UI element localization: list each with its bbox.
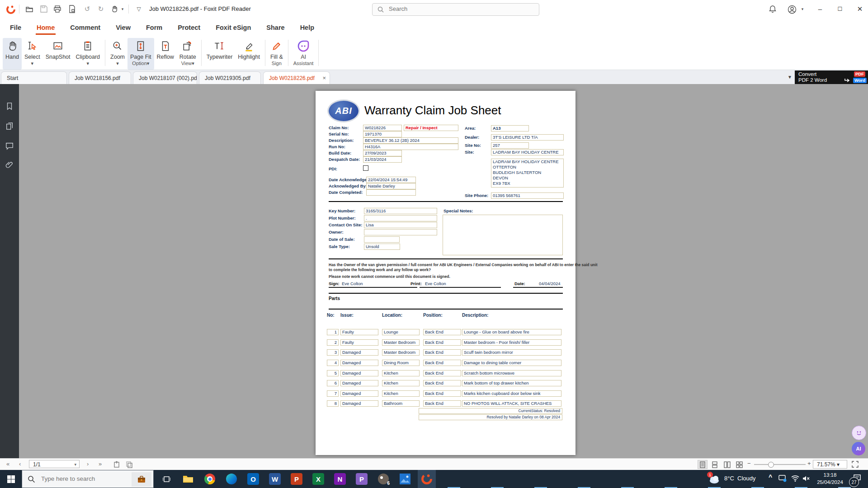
taskbar-outlook-icon[interactable]: O xyxy=(244,470,262,488)
highlight-button[interactable]: Highlight xyxy=(235,38,263,70)
snapshot-button[interactable]: SnapShot xyxy=(43,38,73,70)
serial-no-field[interactable]: 1971370 xyxy=(363,131,402,137)
hand-tool-icon[interactable] xyxy=(110,5,118,13)
owner-field[interactable] xyxy=(364,229,437,235)
single-page-view-button[interactable] xyxy=(698,460,708,469)
row-location-field[interactable]: Kitchen xyxy=(382,370,420,376)
taskbar-photos-icon[interactable] xyxy=(396,470,414,488)
facing-continuous-view-button[interactable] xyxy=(734,460,744,469)
close-button[interactable]: ✕ xyxy=(850,0,868,18)
taskbar-excel-icon[interactable]: X xyxy=(309,470,327,488)
row-location-field[interactable]: Master Bedroom xyxy=(382,349,420,356)
quick-access-dropdown-icon[interactable]: ▽ xyxy=(135,5,143,13)
row-no-field[interactable]: 3 xyxy=(327,349,339,356)
site-phone-field[interactable]: 01395 568761 xyxy=(491,192,564,199)
tab-job-w0219305[interactable]: Job W0219305.pdf xyxy=(199,71,261,84)
taskbar-foxit-icon-active[interactable] xyxy=(418,470,436,488)
notification-bell-icon[interactable] xyxy=(769,5,777,13)
sale-type-field[interactable]: Unsold xyxy=(364,244,400,250)
row-location-field[interactable]: Master Bedroom xyxy=(382,339,420,346)
page-number-box[interactable]: 1/1 ▾ xyxy=(29,460,80,468)
claim-no-field[interactable]: W0218226 xyxy=(363,125,402,131)
run-no-field[interactable]: H4316A xyxy=(363,144,458,150)
row-issue-field[interactable]: Damaged xyxy=(340,390,378,397)
task-view-button[interactable] xyxy=(157,470,175,488)
continuous-view-button[interactable] xyxy=(710,460,720,469)
row-location-field[interactable]: Kitchen xyxy=(382,390,420,397)
facing-view-button[interactable] xyxy=(722,460,732,469)
row-position-field[interactable]: Back End xyxy=(423,370,461,376)
pdi-checkbox[interactable] xyxy=(363,165,368,171)
area-field[interactable]: A13 xyxy=(491,125,529,131)
tab-job-w0218226-active[interactable]: Job W0218226.pdf × xyxy=(263,71,330,84)
menu-comment[interactable]: Comment xyxy=(69,21,101,34)
row-issue-field[interactable]: Damaged xyxy=(340,400,378,407)
row-position-field[interactable]: Back End xyxy=(423,329,461,335)
taskbar-onenote-icon[interactable]: N xyxy=(331,470,349,488)
account-caret-icon[interactable]: ▾ xyxy=(798,5,807,13)
app-search-box[interactable] xyxy=(372,3,539,16)
page-setup-icon[interactable] xyxy=(68,5,76,13)
row-description-field[interactable]: Lounge - Glue on board above fire xyxy=(462,329,561,335)
redo-icon[interactable]: ↻ xyxy=(97,5,105,13)
start-button[interactable] xyxy=(0,470,22,488)
bookmarks-panel-icon[interactable] xyxy=(5,102,14,110)
taskbar-file-explorer-icon[interactable] xyxy=(179,470,197,488)
menu-share[interactable]: Share xyxy=(265,21,285,34)
taskbar-powerpoint-icon[interactable]: P xyxy=(288,470,306,488)
reflow-button[interactable]: Reflow xyxy=(154,38,177,70)
clipboard-button[interactable]: Clipboard ▾ xyxy=(73,38,103,70)
open-file-icon[interactable] xyxy=(25,5,33,13)
row-no-field[interactable]: 5 xyxy=(327,370,339,376)
row-no-field[interactable]: 8 xyxy=(327,400,339,407)
taskbar-search-box[interactable] xyxy=(22,470,154,488)
row-location-field[interactable]: Kitchen xyxy=(382,380,420,386)
row-no-field[interactable]: 7 xyxy=(327,390,339,397)
page-fit-option-button[interactable]: Page Fit Option▾ xyxy=(127,38,154,70)
zoom-level-box[interactable]: 71.57% ▾ xyxy=(813,460,847,469)
taskbar-chrome-icon[interactable] xyxy=(201,470,219,488)
convert-pdf-to-word-ad[interactable]: Convert PDF 2 Word PDF Word xyxy=(795,70,868,84)
menu-protect[interactable]: Protect xyxy=(177,21,201,34)
tab-job-w0218156[interactable]: Job W0218156.pdf xyxy=(69,71,131,84)
zoom-out-button[interactable]: − xyxy=(747,460,751,467)
fill-sign-button[interactable]: Fill & Sign xyxy=(268,38,286,70)
row-position-field[interactable]: Back End xyxy=(423,339,461,346)
row-issue-field[interactable]: Damaged xyxy=(340,370,378,376)
zoom-button[interactable]: Zoom ▾ xyxy=(108,38,127,70)
row-position-field[interactable]: Back End xyxy=(423,349,461,356)
next-page-button[interactable]: › xyxy=(87,460,89,467)
site-address-field[interactable]: LADRAM BAY HOLIDAY CENTRE OTTERTON BUDLE… xyxy=(491,159,564,188)
tray-display-sync-icon[interactable] xyxy=(778,475,787,484)
select-button[interactable]: Select ▾ xyxy=(22,38,43,70)
dealer-field[interactable]: 3T'S LEISURE LTD T/A xyxy=(491,134,564,141)
row-location-field[interactable]: Dining Room xyxy=(382,360,420,366)
row-description-field[interactable]: Master bedroom - Poor finish/ filler xyxy=(462,339,561,346)
minimize-button[interactable]: – xyxy=(810,0,830,18)
hand-tool-caret-icon[interactable]: ▾ xyxy=(118,5,127,13)
print-icon[interactable] xyxy=(53,5,61,13)
plot-number-field[interactable]: . xyxy=(364,215,437,221)
save-icon[interactable] xyxy=(40,5,48,13)
typewriter-button[interactable]: Typewriter xyxy=(204,38,236,70)
tab-overflow-dropdown-icon[interactable]: ▼ xyxy=(788,75,792,80)
sign-value[interactable]: Eve Colton xyxy=(342,281,363,286)
date-completed-field[interactable] xyxy=(366,189,416,196)
pages-panel-icon[interactable] xyxy=(5,122,14,130)
row-no-field[interactable]: 4 xyxy=(327,360,339,366)
pdf-page[interactable]: ABI Warranty Claim Job Sheet Claim No: S… xyxy=(316,91,576,455)
wifi-icon[interactable] xyxy=(791,475,799,483)
zoom-slider-track[interactable] xyxy=(754,464,806,465)
despatch-date-field[interactable]: 21/03/2024 xyxy=(363,156,402,163)
site-no-field[interactable]: 257 xyxy=(491,142,529,149)
weather-text[interactable]: 8°C Cloudy xyxy=(724,475,756,482)
previous-page-button[interactable]: ‹ xyxy=(19,460,21,467)
row-description-field[interactable]: Marks kitchen cupboard door below sink xyxy=(462,390,561,397)
row-position-field[interactable]: Back End xyxy=(423,400,461,407)
special-notes-field[interactable] xyxy=(443,215,563,255)
row-issue-field[interactable]: Faulty xyxy=(340,339,378,346)
row-description-field[interactable]: Damage to dining table corner xyxy=(462,360,561,366)
tab-job-w0218107[interactable]: Job W0218107 (002).pdf xyxy=(133,71,197,84)
fullscreen-icon[interactable] xyxy=(852,461,859,469)
menu-file[interactable]: File xyxy=(9,21,22,34)
